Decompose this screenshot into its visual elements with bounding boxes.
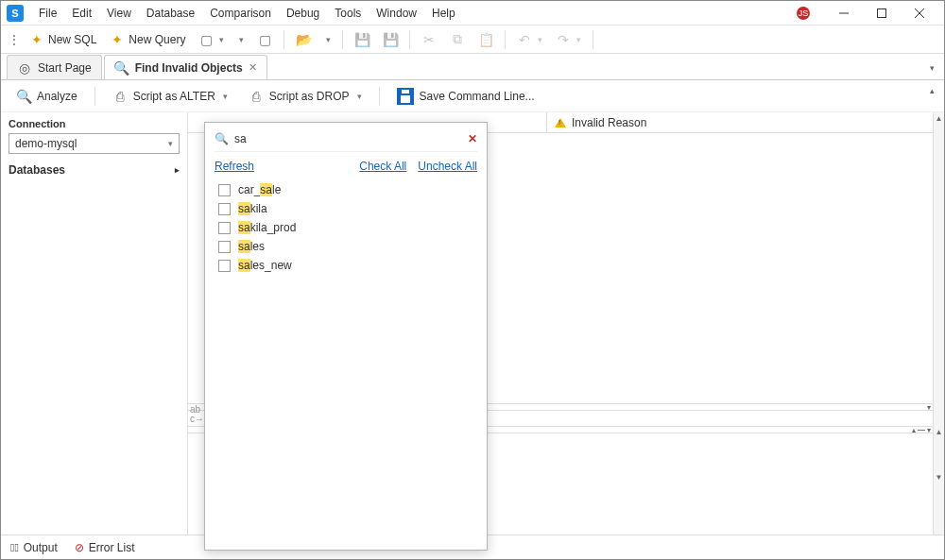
grid-col-invalid-reason[interactable]: Invalid Reason (547, 112, 933, 132)
query-sparkle-icon: ✦ (110, 32, 125, 47)
refresh-link[interactable]: Refresh (215, 160, 254, 173)
split-up-icon: ▴ (912, 426, 916, 434)
save-all-button[interactable]: 💾 (377, 28, 404, 51)
database-list-item[interactable]: sakila (218, 199, 477, 218)
checkbox[interactable] (218, 184, 231, 196)
save-button[interactable]: 💾 (349, 28, 375, 51)
save-icon: 💾 (354, 32, 369, 47)
cut-button[interactable]: ✂ (416, 28, 442, 51)
document-tab-bar: ◎ Start Page 🔍 Find Invalid Objects ✕ ▾ (1, 54, 944, 80)
tab-find-label: Find Invalid Objects (135, 61, 243, 75)
menu-comparison[interactable]: Comparison (202, 4, 279, 23)
vertical-scrollbar-2[interactable]: ▲ ▼ (933, 426, 944, 483)
script-drop-icon: ⎙ (249, 89, 264, 104)
script-as-alter-button[interactable]: ⎙ Script as ALTER ▾ (105, 83, 235, 110)
database-list-item[interactable]: car_sale (218, 180, 477, 199)
database-list-item[interactable]: sakila_prod (218, 218, 477, 237)
editor-gutter-marks: abc→ (190, 405, 204, 424)
redo-icon: ↷ (556, 32, 571, 47)
open-icon: 📂 (296, 32, 311, 47)
search-icon: 🔍 (215, 132, 229, 145)
toolbar-dropdown-1[interactable]: ▾ (232, 28, 249, 51)
action-overflow-button[interactable]: ▴ (926, 82, 938, 99)
save-command-line-button[interactable]: Save Command Line... (389, 83, 542, 110)
new-sql-label: New SQL (48, 33, 96, 46)
script-as-drop-button[interactable]: ⎙ Script as DROP ▾ (241, 83, 369, 110)
menu-bar: S File Edit View Database Comparison Deb… (1, 1, 944, 25)
database-name-label: sakila_prod (238, 221, 296, 234)
toolbar-btn-3[interactable]: 📂 (290, 28, 317, 51)
analyze-button[interactable]: 🔍 Analyze (9, 83, 85, 110)
paste-button[interactable]: 📋 (472, 28, 499, 51)
tab-start-label: Start Page (38, 61, 92, 75)
window-maximize-button[interactable] (863, 2, 901, 25)
error-list-label: Error List (89, 541, 135, 554)
menu-debug[interactable]: Debug (279, 4, 327, 23)
undo-button[interactable]: ↶▾ (511, 28, 548, 51)
split-down-icon: ▾ (927, 426, 931, 434)
menu-window[interactable]: Window (369, 4, 424, 23)
tab-find-invalid-objects[interactable]: 🔍 Find Invalid Objects ✕ (104, 55, 267, 79)
tab-start-page[interactable]: ◎ Start Page (7, 55, 102, 79)
output-label: Output (24, 541, 58, 554)
new-sql-button[interactable]: ✦ New SQL (24, 28, 102, 51)
database-list-item[interactable]: sales_new (218, 256, 477, 275)
main-toolbar: ⋮ ✦ New SQL ✦ New Query ▢▾ ▾ ▢ 📂 ▾ 💾 💾 ✂… (1, 25, 944, 54)
save-disk-icon (397, 88, 414, 105)
scroll-up-icon[interactable]: ▲ (934, 426, 944, 437)
checkbox[interactable] (218, 260, 231, 272)
toolbar-btn-1[interactable]: ▢▾ (193, 28, 230, 51)
menu-tools[interactable]: Tools (327, 4, 369, 23)
database-search-input[interactable] (234, 132, 462, 145)
new-query-button[interactable]: ✦ New Query (104, 28, 191, 51)
connection-label: Connection (9, 118, 180, 129)
chevron-down-icon: ▾ (219, 35, 224, 44)
uncheck-all-link[interactable]: Uncheck All (418, 160, 477, 173)
error-list-panel-button[interactable]: ⊘ Error List (75, 541, 135, 554)
checkbox[interactable] (218, 203, 231, 215)
checkbox[interactable] (218, 241, 231, 253)
user-badge[interactable]: JS (797, 7, 810, 20)
toolbar-dropdown-2[interactable]: ▾ (318, 28, 336, 51)
scroll-down-icon[interactable]: ▼ (934, 471, 944, 483)
find-invalid-icon: 🔍 (114, 60, 129, 76)
window-close-button[interactable] (901, 2, 938, 25)
check-all-link[interactable]: Check All (359, 160, 406, 173)
tab-overflow-button[interactable]: ▾ (926, 59, 938, 76)
chevron-down-icon: ▾ (239, 35, 244, 44)
invalid-reason-label: Invalid Reason (572, 116, 646, 129)
sidebar-panel: Connection demo-mysql ▾ Databases ▸ (1, 112, 188, 535)
scroll-up-icon[interactable]: ▲ (934, 112, 944, 124)
connection-combo[interactable]: demo-mysql ▾ (9, 133, 180, 154)
menu-edit[interactable]: Edit (64, 4, 99, 23)
menu-database[interactable]: Database (139, 4, 202, 23)
menu-view[interactable]: View (99, 4, 139, 23)
error-list-icon: ⊘ (75, 541, 84, 554)
checkbox[interactable] (218, 222, 231, 234)
chevron-down-icon: ▾ (538, 35, 542, 44)
copy-icon: ⧉ (450, 32, 465, 47)
new-query-label: New Query (129, 33, 185, 46)
undo-icon: ↶ (517, 32, 532, 47)
magnify-icon: 🔍 (16, 89, 31, 104)
output-panel-button[interactable]: �⃞ Output (10, 541, 58, 554)
databases-section-header[interactable]: Databases ▸ (9, 163, 180, 177)
paste-icon: 📋 (478, 32, 493, 47)
menu-help[interactable]: Help (424, 4, 463, 23)
save-all-icon: 💾 (383, 32, 398, 47)
database-list-item[interactable]: sales (218, 237, 477, 256)
doc-icon: ▢ (257, 32, 272, 47)
menu-file[interactable]: File (31, 4, 64, 23)
toolbar-btn-2[interactable]: ▢ (251, 28, 278, 51)
tab-close-icon[interactable]: ✕ (249, 61, 257, 74)
chevron-down-icon: ▾ (357, 92, 362, 101)
window-minimize-button[interactable] (825, 2, 863, 25)
copy-button[interactable]: ⧉ (444, 28, 471, 51)
clear-search-button[interactable]: ✕ (468, 132, 477, 145)
redo-button[interactable]: ↷▾ (550, 28, 587, 51)
script-drop-label: Script as DROP (269, 90, 350, 103)
app-logo-icon: S (7, 5, 24, 22)
database-filter-popup: 🔍 ✕ Refresh Check All Uncheck All car_sa… (204, 122, 488, 551)
databases-label: Databases (9, 163, 65, 177)
sql-sparkle-icon: ✦ (29, 32, 44, 47)
